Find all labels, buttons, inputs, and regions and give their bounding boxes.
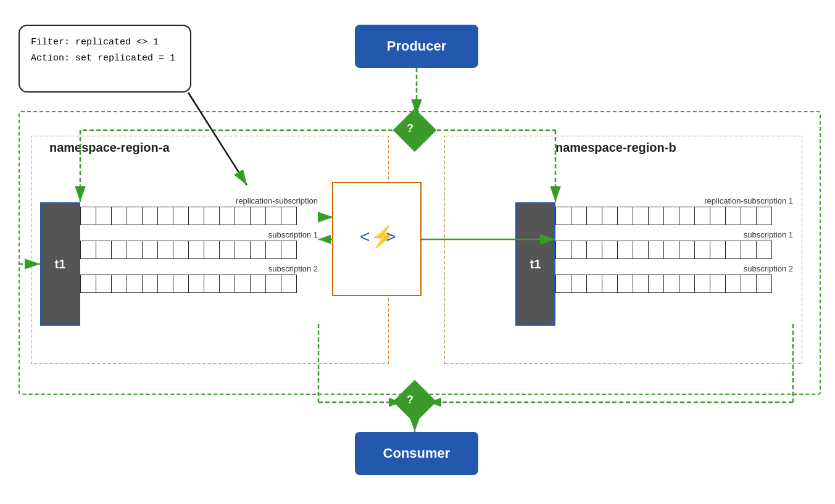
cell [219,275,235,293]
cell [741,275,757,293]
sub-label-replication-a: replication-subscription [80,196,318,205]
cell [157,241,173,259]
cell [235,207,251,225]
cell [127,241,143,259]
sub-label-replication-b: replication-subscription 1 [555,196,793,205]
sub-label-1-b: subscription 1 [555,230,793,239]
cell [204,241,220,259]
cell [756,207,772,225]
cell-row-replication-b [555,207,793,225]
cell [633,207,649,225]
cell [756,241,772,259]
cell [142,207,158,225]
cell [173,275,189,293]
cell [725,207,741,225]
cell [694,207,710,225]
cell [188,207,204,225]
cell-row-2-b [555,275,793,293]
cell [586,275,602,293]
cell [80,207,96,225]
cell [80,275,96,293]
cell-row-1-a [80,241,318,259]
cell [617,207,633,225]
cell [219,207,235,225]
cell [586,207,602,225]
cell-row-replication-a [80,207,318,225]
cell [127,207,143,225]
diagram-container: Filter: replicated <> 1 Action: set repl… [0,0,835,504]
cell [617,275,633,293]
cell [602,241,618,259]
cell [648,275,664,293]
cell [679,241,695,259]
cell [741,241,757,259]
cell [188,275,204,293]
cell-row-2-a [80,275,318,293]
cell [265,275,281,293]
cell [725,275,741,293]
cell [710,275,726,293]
cell [142,241,158,259]
cell [219,241,235,259]
cell [111,207,127,225]
sub-label-2-a: subscription 2 [80,264,318,273]
cell [633,275,649,293]
cell [157,275,173,293]
cell [602,275,618,293]
cell [555,241,571,259]
cell [265,241,281,259]
cell [571,241,587,259]
cell [235,241,251,259]
sub-label-2-b: subscription 2 [555,264,793,273]
cell-row-1-b [555,241,793,259]
filter-line2: Action: set replicated = 1 [31,51,179,67]
cell [111,275,127,293]
cell [571,275,587,293]
cell [96,275,112,293]
cell [571,207,587,225]
cell [111,241,127,259]
cell [679,207,695,225]
filter-tooltip: Filter: replicated <> 1 Action: set repl… [19,25,191,93]
cell [756,275,772,293]
cell [250,207,266,225]
cell [127,275,143,293]
cell [250,275,266,293]
cell [555,207,571,225]
consumer-box: Consumer [355,432,478,475]
cell [725,241,741,259]
lightning-icon: < ⚡ > [359,218,396,261]
cell [741,207,757,225]
filter-line1: Filter: replicated <> 1 [31,35,179,51]
cell [281,241,297,259]
cell [96,241,112,259]
region-a-label: namespace-region-a [49,141,170,155]
cell [235,275,251,293]
cell [250,241,266,259]
cell [173,241,189,259]
cell [281,275,297,293]
cell [188,241,204,259]
cell [679,275,695,293]
t1-left: t1 [40,202,80,326]
cell [663,241,679,259]
cell [265,207,281,225]
cell [648,241,664,259]
cell [157,207,173,225]
sub-label-1-a: subscription 1 [80,230,318,239]
consumer-label: Consumer [383,445,451,461]
cell [602,207,618,225]
region-b-label: namespace-region-b [555,141,676,155]
cell [96,207,112,225]
cell [173,207,189,225]
cell [648,207,664,225]
cell [694,241,710,259]
cell [204,275,220,293]
sub-rows-left: replication-subscription subscription 1 … [80,196,318,293]
cell [633,241,649,259]
cell [710,207,726,225]
function-box: < ⚡ > [332,182,422,296]
cell [694,275,710,293]
cell [663,207,679,225]
svg-text:<: < [360,227,370,246]
